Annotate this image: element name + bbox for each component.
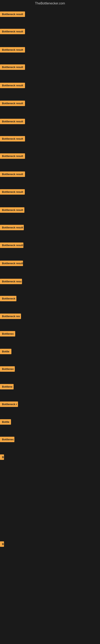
bottleneck-item: Bottleneck result (0, 119, 25, 125)
bottleneck-item: Bottlene (0, 384, 14, 390)
bottleneck-badge: Bottleneck result (0, 136, 25, 142)
bottleneck-item: Bottleneck result (0, 83, 25, 89)
bottleneck-item: Bottleneck resu (0, 279, 22, 285)
bottleneck-item: Bottleneck result (0, 29, 25, 35)
bottleneck-badge: Bottle (0, 419, 11, 425)
bottleneck-item: Bottleneck result (0, 242, 23, 249)
bottleneck-badge: Bottleneck result (0, 83, 25, 88)
bottleneck-badge: Bottleneck result (0, 12, 25, 17)
bottleneck-item: Bottleneck result (0, 225, 24, 231)
bottleneck-item: Bottleneck result (0, 136, 25, 142)
bottleneck-badge: Bottle (0, 349, 11, 354)
bottleneck-badge: Bottleneck result (0, 64, 25, 70)
bottleneck-item: Bottleneck result (0, 64, 25, 71)
bottleneck-badge: Bottleneck result (0, 29, 25, 34)
bottleneck-item: B (0, 454, 4, 461)
bottleneck-badge: Bottleneck result (0, 189, 25, 194)
bottleneck-badge: Bottleneck result (0, 47, 25, 52)
bottleneck-item: Bottleneck result (0, 153, 25, 160)
page-header: TheBottlenecker.com (0, 0, 100, 6)
bottleneck-badge: Bottleneck res (0, 314, 21, 319)
bottleneck-item: Bottleneck res (0, 314, 21, 320)
bottleneck-item: Bottleneck result (0, 47, 25, 53)
site-title: TheBottlenecker.com (0, 0, 100, 6)
bottleneck-badge: Bottleneck result (0, 153, 25, 159)
bottleneck-item: Bottleneck result (0, 172, 25, 178)
bottleneck-badge: B (0, 454, 4, 460)
bottleneck-item: Bottlenec (0, 331, 15, 337)
bottleneck-item: Bottleneck result (0, 189, 25, 196)
bottleneck-item: B (0, 541, 4, 548)
bottleneck-item: Bottlenec (0, 366, 15, 372)
bottleneck-badge: B (0, 541, 4, 547)
bottleneck-badge: Bottleneck r (0, 402, 18, 407)
bottleneck-badge: Bottleneck (0, 296, 16, 301)
bottleneck-badge: Bottleneck result (0, 260, 23, 266)
bottleneck-badge: Bottlenec (0, 366, 15, 372)
bottleneck-item: Bottleneck result (0, 260, 23, 267)
bottleneck-badge: Bottleneck result (0, 100, 25, 106)
bottleneck-item: Bottleneck result (0, 207, 24, 214)
bottleneck-badge: Bottleneck result (0, 225, 24, 230)
bottleneck-item: Bottleneck result (0, 100, 25, 107)
bottleneck-badge: Bottlene (0, 384, 14, 390)
bottleneck-badge: Bottleneck resu (0, 279, 22, 284)
bottleneck-badge: Bottleneck result (0, 119, 25, 124)
bottleneck-item: Bottleneck result (0, 12, 25, 18)
bottleneck-badge: Bottleneck result (0, 172, 25, 177)
bottleneck-badge: Bottlenec (0, 437, 14, 442)
bottleneck-item: Bottleneck r (0, 402, 18, 408)
bottleneck-badge: Bottleneck result (0, 207, 24, 213)
bottleneck-badge: Bottleneck result (0, 242, 23, 248)
bottleneck-item: Bottlenec (0, 437, 14, 443)
bottleneck-item: Bottle (0, 349, 11, 355)
bottleneck-item: Bottle (0, 419, 11, 426)
bottleneck-item: Bottleneck (0, 296, 16, 302)
bottleneck-badge: Bottlenec (0, 331, 15, 336)
